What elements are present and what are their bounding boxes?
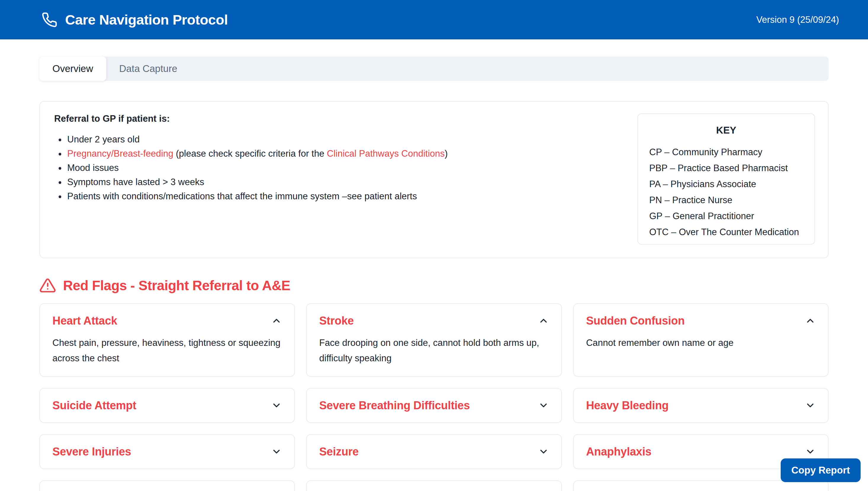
card-toggle[interactable]: Heavy Bleeding <box>586 399 816 412</box>
chevron-down-icon[interactable] <box>271 400 282 411</box>
card-title: Heart Attack <box>52 314 117 327</box>
card-title: Suicide Attempt <box>52 399 136 412</box>
card-toggle[interactable]: Heart Attack <box>52 314 282 327</box>
red-flags-heading-text: Red Flags - Straight Referral to A&E <box>63 278 291 293</box>
chevron-down-icon[interactable] <box>805 400 816 411</box>
referral-criteria: Referral to GP if patient is: Under 2 ye… <box>54 113 448 244</box>
referral-bullet: Under 2 years old <box>66 133 448 147</box>
referral-list: Under 2 years oldPregnancy/Breast-feedin… <box>54 133 448 203</box>
card-title: Anaphylaxis <box>586 445 652 458</box>
copy-report-button[interactable]: Copy Report <box>781 458 861 482</box>
referral-panel: Referral to GP if patient is: Under 2 ye… <box>39 101 829 258</box>
referral-text: Patients with conditions/medications tha… <box>67 191 417 201</box>
card-title: Stroke <box>319 314 354 327</box>
card-description: Cannot remember own name or age <box>586 335 816 351</box>
chevron-down-icon[interactable] <box>805 446 816 457</box>
key-entry: OTC – Over The Counter Medication <box>649 224 803 240</box>
referral-bullet: Pregnancy/Breast-feeding (please check s… <box>66 147 448 161</box>
card-description: Face drooping on one side, cannot hold b… <box>319 335 548 366</box>
card-toggle[interactable]: Stroke <box>319 314 548 327</box>
card-title: Sudden Confusion <box>586 314 685 327</box>
card-toggle[interactable]: Sudden Confusion <box>586 314 816 327</box>
chevron-up-icon[interactable] <box>271 315 282 326</box>
app-title: Care Navigation Protocol <box>65 11 228 28</box>
card-toggle[interactable]: Anaphylaxis <box>586 445 816 458</box>
chevron-up-icon[interactable] <box>805 315 816 326</box>
card-toggle[interactable]: Severe Injuries <box>52 445 282 458</box>
red-flag-card: Meningitis <box>39 480 295 491</box>
tab-overview[interactable]: Overview <box>39 57 106 81</box>
referral-text: (please check specific criteria for the <box>173 148 327 159</box>
tab-bar: OverviewData Capture <box>39 57 829 81</box>
key-list: CP – Community PharmacyPBP – Practice Ba… <box>649 144 803 240</box>
red-flags-card-grid: Heart AttackChest pain, pressure, heavin… <box>39 303 829 491</box>
red-flag-card: StrokeFace drooping on one side, cannot … <box>306 303 562 377</box>
card-description: Chest pain, pressure, heaviness, tightne… <box>52 335 282 366</box>
referral-text: Under 2 years old <box>67 134 140 145</box>
card-title: Severe Injuries <box>52 445 131 458</box>
referral-text: ) <box>445 148 448 159</box>
chevron-down-icon[interactable] <box>271 446 282 457</box>
chevron-down-icon[interactable] <box>538 446 549 457</box>
red-flag-card: Severe Injuries <box>39 434 295 469</box>
referral-text: Symptoms have lasted > 3 weeks <box>67 177 204 187</box>
card-toggle[interactable]: Seizure <box>319 445 548 458</box>
app-header: Care Navigation Protocol Version 9 (25/0… <box>0 0 868 39</box>
phone-icon <box>41 12 57 28</box>
key-entry: CP – Community Pharmacy <box>649 144 803 160</box>
red-flag-card: Sudden ConfusionCannot remember own name… <box>573 303 829 377</box>
referral-heading: Referral to GP if patient is: <box>54 113 448 124</box>
alert-triangle-icon <box>39 277 56 294</box>
key-entry: PN – Practice Nurse <box>649 192 803 208</box>
tab-data-capture[interactable]: Data Capture <box>106 57 190 81</box>
red-flags-heading: Red Flags - Straight Referral to A&E <box>39 277 829 294</box>
red-flag-card: SEPSIS in Baby or Young Child <box>306 480 562 491</box>
red-flag-card: Severe Breathing Difficulties <box>306 388 562 423</box>
referral-bullet: Mood issues <box>66 161 448 175</box>
card-title: Heavy Bleeding <box>586 399 669 412</box>
key-title: KEY <box>649 125 803 136</box>
red-flag-card: Seizure <box>306 434 562 469</box>
chevron-down-icon[interactable] <box>538 400 549 411</box>
referral-bullet: Symptoms have lasted > 3 weeks <box>66 175 448 189</box>
referral-bullet: Patients with conditions/medications tha… <box>66 189 448 203</box>
version-label: Version 9 (25/09/24) <box>756 15 839 25</box>
key-panel: KEY CP – Community PharmacyPBP – Practic… <box>637 113 815 244</box>
red-flag-card: Heart AttackChest pain, pressure, heavin… <box>39 303 295 377</box>
card-title: Seizure <box>319 445 359 458</box>
referral-link[interactable]: Clinical Pathways Conditions <box>327 148 445 159</box>
red-flag-card: Suicide Attempt <box>39 388 295 423</box>
key-entry: PA – Physicians Associate <box>649 176 803 192</box>
red-flag-card: Heavy Bleeding <box>573 388 829 423</box>
key-entry: PBP – Practice Based Pharmacist <box>649 160 803 176</box>
chevron-up-icon[interactable] <box>538 315 549 326</box>
referral-link[interactable]: Pregnancy/Breast-feeding <box>67 148 173 159</box>
card-title: Severe Breathing Difficulties <box>319 399 470 412</box>
key-entry: GP – General Practitioner <box>649 208 803 224</box>
main-content: OverviewData Capture Referral to GP if p… <box>0 39 868 491</box>
card-toggle[interactable]: Suicide Attempt <box>52 399 282 412</box>
card-toggle[interactable]: Severe Breathing Difficulties <box>319 399 548 412</box>
referral-text: Mood issues <box>67 163 119 173</box>
